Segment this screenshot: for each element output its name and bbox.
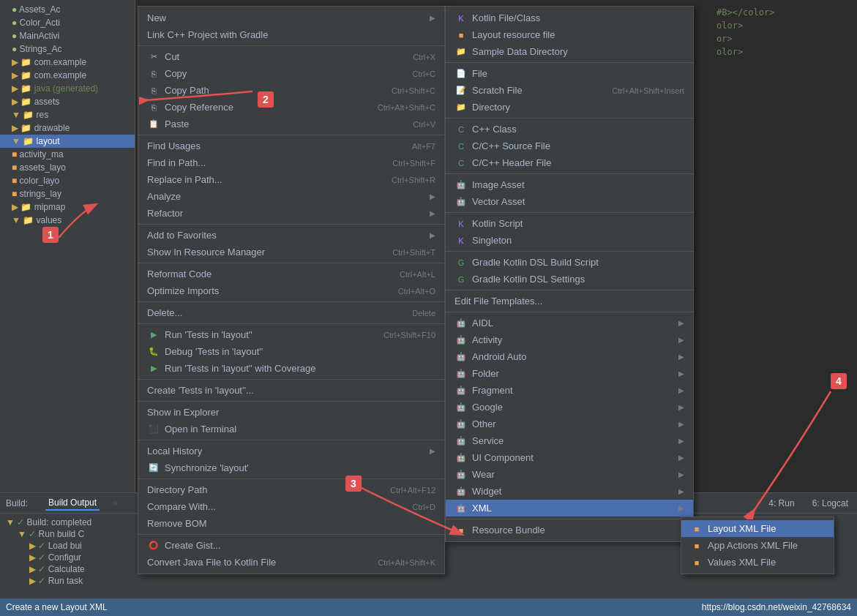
tree-item-color-layo[interactable]: ■ color_layo — [0, 174, 135, 187]
new-sep-8 — [446, 519, 693, 519]
annotation-badge-4: 4 — [831, 373, 847, 389]
menu-activity[interactable]: 🤖 Activity ▶ — [446, 331, 693, 348]
menu-image-asset[interactable]: 🤖 Image Asset — [446, 176, 693, 193]
menu-directory[interactable]: 📁 Directory — [446, 99, 693, 116]
separator-5 — [138, 301, 444, 302]
build-label: Build: — [6, 498, 28, 508]
tab-run[interactable]: 4: Run — [766, 497, 797, 510]
menu-cpp-header[interactable]: C C/C++ Header File — [446, 154, 693, 171]
menu-ui-component[interactable]: 🤖 UI Component ▶ — [446, 449, 693, 466]
tree-item-mipmap[interactable]: ▶ 📁 mipmap — [0, 200, 135, 214]
menu-widget[interactable]: 🤖 Widget ▶ — [446, 483, 693, 500]
menu-wear[interactable]: 🤖 Wear ▶ — [446, 466, 693, 483]
annotation-badge-1: 1 — [42, 227, 59, 243]
tree-item-com1[interactable]: ▶ 📁 com.example — [0, 56, 135, 69]
menu-remove-bom[interactable]: Remove BOM — [138, 515, 444, 532]
tree-item-drawable[interactable]: ▶ 📁 drawable — [0, 121, 135, 135]
menu-singleton[interactable]: K Singleton — [446, 232, 693, 249]
tree-item-strings[interactable]: ● Strings_Ac — [0, 42, 135, 56]
code-editor-panel: #B></color> olor> or> olor> — [711, 0, 857, 528]
context-menu-new: K Kotlin File/Class ■ Layout resource fi… — [445, 6, 694, 542]
menu-folder[interactable]: 🤖 Folder ▶ — [446, 365, 693, 382]
tree-item-res[interactable]: ▼ 📁 res — [0, 108, 135, 121]
menu-layout-xml-file[interactable]: ■ Layout XML File — [681, 520, 834, 537]
menu-replace-in-path[interactable]: Replace in Path... Ctrl+Shift+R — [138, 171, 444, 188]
menu-reformat[interactable]: Reformat Code Ctrl+Alt+L — [138, 266, 444, 282]
tree-item-layout[interactable]: ▼ 📁 layout — [0, 135, 135, 148]
menu-android-auto[interactable]: 🤖 Android Auto ▶ — [446, 348, 693, 365]
menu-scratch-file[interactable]: 📝 Scratch File Ctrl+Alt+Shift+Insert — [446, 82, 693, 99]
menu-gradle-settings[interactable]: G Gradle Kotlin DSL Settings — [446, 271, 693, 288]
menu-copy-path[interactable]: ⎘ Copy Path Ctrl+Shift+C — [138, 82, 444, 99]
menu-fragment[interactable]: 🤖 Fragment ▶ — [446, 382, 693, 399]
menu-service[interactable]: 🤖 Service ▶ — [446, 432, 693, 449]
menu-optimize-imports[interactable]: Optimize Imports Ctrl+Alt+O — [138, 282, 444, 299]
menu-find-usages[interactable]: Find Usages Alt+F7 — [138, 138, 444, 154]
menu-show-resource-mgr[interactable]: Show In Resource Manager Ctrl+Shift+T — [138, 244, 444, 260]
menu-link-cpp[interactable]: Link C++ Project with Gradle — [138, 26, 444, 43]
menu-show-explorer[interactable]: Show in Explorer — [138, 404, 444, 421]
menu-run-coverage[interactable]: ▶ Run 'Tests in 'layout'' with Coverage — [138, 360, 444, 377]
menu-app-actions-xml[interactable]: ■ App Actions XML File — [681, 537, 834, 554]
context-menu-main: New ▶ Link C++ Project with Gradle ✂ Cut… — [138, 6, 445, 574]
menu-run-tests[interactable]: ▶ Run 'Tests in 'layout'' Ctrl+Shift+F10 — [138, 326, 444, 343]
menu-edit-templates[interactable]: Edit File Templates... — [446, 293, 693, 309]
code-line-4: olor> — [716, 45, 851, 59]
tab-build-output[interactable]: Build Output — [45, 496, 100, 511]
tree-item-strings-lay[interactable]: ■ strings_lay — [0, 187, 135, 200]
menu-resource-bundle[interactable]: ■ Resource Bundle — [446, 522, 693, 538]
tab-separator: × — [113, 498, 118, 508]
menu-other[interactable]: 🤖 Other ▶ — [446, 416, 693, 432]
tree-item-assets[interactable]: ● Assets_Ac — [0, 3, 135, 16]
tree-item-color[interactable]: ● Color_Acti — [0, 16, 135, 29]
menu-file[interactable]: 📄 File — [446, 65, 693, 82]
menu-gradle-build[interactable]: G Gradle Kotlin DSL Build Script — [446, 254, 693, 271]
tree-item-main[interactable]: ● MainActivi — [0, 29, 135, 42]
tree-item-com2[interactable]: ▶ 📁 com.example — [0, 69, 135, 82]
menu-analyze[interactable]: Analyze ▶ — [138, 188, 444, 205]
menu-compare-with[interactable]: Compare With... Ctrl+D — [138, 498, 444, 515]
annotation-badge-2: 2 — [258, 91, 274, 108]
menu-create-gist[interactable]: ⭕ Create Gist... — [138, 537, 444, 554]
menu-local-history[interactable]: Local History ▶ — [138, 443, 444, 459]
menu-paste[interactable]: 📋 Paste Ctrl+V — [138, 116, 444, 132]
menu-refactor[interactable]: Refactor ▶ — [138, 205, 444, 222]
menu-cut[interactable]: ✂ Cut Ctrl+X — [138, 48, 444, 65]
tree-item-assets-folder[interactable]: ▶ 📁 assets — [0, 95, 135, 108]
menu-google[interactable]: 🤖 Google ▶ — [446, 399, 693, 416]
separator-4 — [138, 263, 444, 263]
build-line-6: ▶ ✓ Run task — [6, 575, 851, 587]
menu-vector-asset[interactable]: 🤖 Vector Asset — [446, 193, 693, 210]
new-sep-1 — [446, 62, 693, 63]
menu-find-in-path[interactable]: Find in Path... Ctrl+Shift+F — [138, 154, 444, 171]
tree-item-values[interactable]: ▼ 📁 values — [0, 214, 135, 227]
menu-copy[interactable]: ⎘ Copy Ctrl+C — [138, 65, 444, 82]
menu-directory-path[interactable]: Directory Path Ctrl+Alt+F12 — [138, 481, 444, 498]
menu-convert-kotlin[interactable]: Convert Java File to Kotlin File Ctrl+Al… — [138, 554, 444, 571]
tree-item-activity-ma[interactable]: ■ activity_ma — [0, 148, 135, 161]
menu-layout-resource[interactable]: ■ Layout resource file — [446, 26, 693, 43]
menu-delete[interactable]: Delete... Delete — [138, 304, 444, 321]
menu-xml[interactable]: 🤖 XML ▶ — [446, 500, 693, 517]
menu-create-tests[interactable]: Create 'Tests in 'layout''... — [138, 382, 444, 399]
code-line-2: olor> — [716, 19, 851, 32]
menu-cpp-source[interactable]: C C/C++ Source File — [446, 138, 693, 154]
menu-debug-tests[interactable]: 🐛 Debug 'Tests in 'layout'' — [138, 343, 444, 360]
tree-item-assets-layo[interactable]: ■ assets_layo — [0, 161, 135, 174]
menu-aidl[interactable]: 🤖 AIDL ▶ — [446, 315, 693, 331]
tab-logcat[interactable]: 6: Logcat — [809, 497, 851, 510]
menu-copy-reference[interactable]: ⎘ Copy Reference Ctrl+Alt+Shift+C — [138, 99, 444, 116]
menu-open-terminal[interactable]: ⬛ Open in Terminal — [138, 421, 444, 437]
menu-new[interactable]: New ▶ — [138, 10, 444, 26]
separator-2 — [138, 135, 444, 135]
menu-sample-data-dir[interactable]: 📁 Sample Data Directory — [446, 43, 693, 60]
separator-6 — [138, 323, 444, 324]
separator-11 — [138, 534, 444, 535]
menu-add-favorites[interactable]: Add to Favorites ▶ — [138, 227, 444, 244]
menu-values-xml[interactable]: ■ Values XML File — [681, 554, 834, 571]
menu-cpp-class[interactable]: C C++ Class — [446, 121, 693, 138]
menu-kotlin-script[interactable]: K Kotlin Script — [446, 215, 693, 232]
tree-item-java-gen[interactable]: ▶ 📁 java (generated) — [0, 82, 135, 95]
menu-synchronize[interactable]: 🔄 Synchronize 'layout' — [138, 459, 444, 476]
menu-kotlin-class[interactable]: K Kotlin File/Class — [446, 10, 693, 26]
